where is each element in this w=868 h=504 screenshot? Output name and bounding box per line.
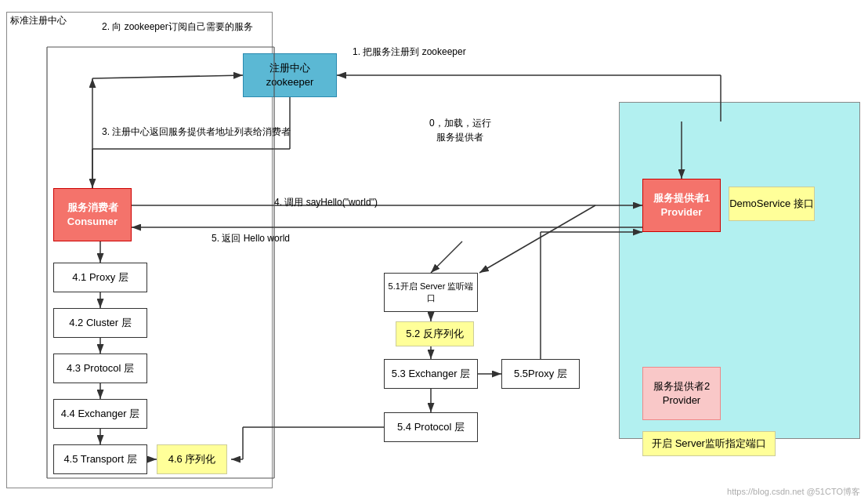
protocol43-box: 4.3 Protocol 层 — [53, 354, 147, 383]
zookeeper-box: 注册中心 zookeeper — [243, 53, 337, 97]
protocol54-box: 5.4 Protocol 层 — [384, 412, 478, 442]
step5-label: 5. 返回 Hello world — [212, 232, 290, 245]
step0-label: 0，加载，运行 服务提供者 — [429, 116, 491, 144]
svg-line-19 — [479, 205, 595, 273]
step4-label: 4. 调用 sayHello("world") — [274, 196, 378, 209]
server-listen-box: 开启 Server监听指定端口 — [642, 431, 776, 456]
svg-line-18 — [431, 241, 462, 273]
provider1-box: 服务提供者1 Provider — [642, 179, 721, 232]
step2-label: 2. 向 zookeeper订阅自己需要的服务 — [102, 20, 253, 34]
serialize46-box: 4.6 序列化 — [157, 444, 227, 474]
consumer-box: 服务消费者 Consumer — [53, 188, 132, 241]
exchanger53-box: 5.3 Exchanger 层 — [384, 359, 478, 389]
proxy41-box: 4.1 Proxy 层 — [53, 263, 147, 292]
step1-label: 1. 把服务注册到 zookeeper — [353, 45, 466, 59]
deserialize52-box: 5.2 反序列化 — [396, 321, 474, 346]
cluster42-box: 4.2 Cluster 层 — [53, 308, 147, 338]
server51-box: 5.1开启 Server 监听端 口 — [384, 273, 478, 312]
transport45-box: 4.5 Transport 层 — [53, 444, 147, 474]
exchanger44-box: 4.4 Exchanger 层 — [53, 399, 147, 429]
diagram: 标准注册中心 注册中心 zookeeper 服务消费者 Consumer 服务提… — [0, 0, 868, 504]
proxy55-box: 5.5Proxy 层 — [501, 359, 580, 389]
watermark: https://blog.csdn.net @51CTO博客 — [727, 486, 860, 498]
demoservice-box: DemoService 接口 — [729, 187, 815, 221]
provider2-box: 服务提供者2 Provider — [642, 367, 721, 420]
biaozhun-label: 标准注册中心 — [10, 14, 67, 27]
step3-label: 3. 注册中心返回服务提供者地址列表给消费者 — [102, 125, 291, 139]
